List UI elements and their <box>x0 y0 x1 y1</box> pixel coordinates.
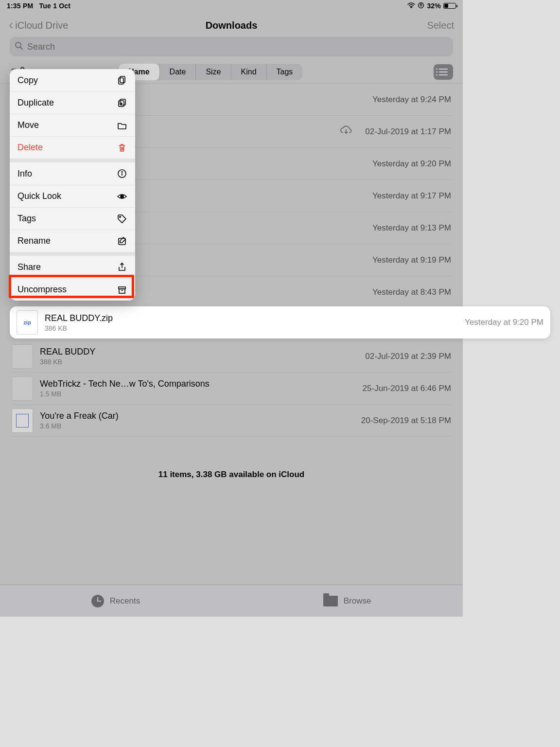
selected-file-size: 386 KB <box>45 324 458 332</box>
trash-icon <box>117 142 127 153</box>
info-icon <box>117 168 127 179</box>
menu-duplicate-label: Duplicate <box>18 98 54 108</box>
menu-share[interactable]: Share <box>10 256 135 278</box>
menu-uncompress[interactable]: Uncompress <box>10 278 135 301</box>
tag-icon <box>117 213 127 224</box>
menu-quick-look-label: Quick Look <box>18 191 61 201</box>
menu-rename-label: Rename <box>18 236 51 246</box>
svg-point-10 <box>121 195 123 198</box>
menu-info-label: Info <box>18 169 32 179</box>
menu-delete[interactable]: Delete <box>10 136 135 159</box>
context-menu: Copy Duplicate Move Delete Info Quick Lo… <box>10 69 135 301</box>
menu-uncompress-label: Uncompress <box>18 285 67 295</box>
menu-copy-label: Copy <box>18 75 38 86</box>
menu-copy[interactable]: Copy <box>10 69 135 91</box>
menu-move[interactable]: Move <box>10 114 135 136</box>
menu-move-label: Move <box>18 120 39 130</box>
zip-file-icon: zip <box>17 310 38 335</box>
menu-quick-look[interactable]: Quick Look <box>10 185 135 207</box>
menu-share-label: Share <box>18 262 41 272</box>
svg-point-9 <box>122 172 122 173</box>
menu-rename[interactable]: Rename <box>10 230 135 252</box>
eye-icon <box>117 191 127 202</box>
selected-file-name: REAL BUDDY.zip <box>45 313 458 323</box>
svg-rect-5 <box>119 78 123 84</box>
folder-icon <box>117 120 127 131</box>
svg-point-11 <box>120 216 121 217</box>
duplicate-icon <box>117 98 127 108</box>
selected-file-row[interactable]: zip REAL BUDDY.zip 386 KB Yesterday at 9… <box>10 306 463 338</box>
menu-tags-label: Tags <box>18 213 36 224</box>
svg-rect-6 <box>120 99 125 105</box>
rename-icon <box>117 236 127 247</box>
menu-duplicate[interactable]: Duplicate <box>10 91 135 114</box>
menu-info[interactable]: Info <box>10 162 135 185</box>
menu-tags[interactable]: Tags <box>10 207 135 230</box>
svg-rect-4 <box>120 76 125 83</box>
archive-icon <box>117 285 127 295</box>
copy-icon <box>117 75 127 86</box>
share-icon <box>117 262 127 272</box>
svg-rect-14 <box>119 289 125 293</box>
menu-delete-label: Delete <box>18 142 43 153</box>
